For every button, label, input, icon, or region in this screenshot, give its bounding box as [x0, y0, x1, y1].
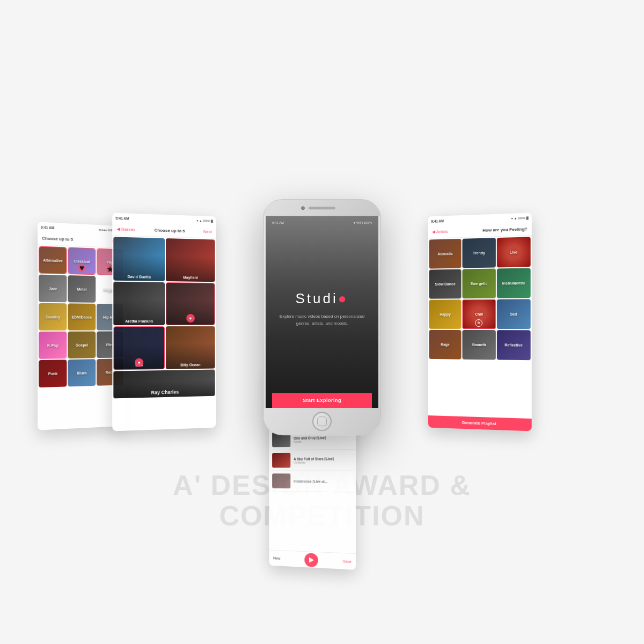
artist-cell-david-guetta[interactable]: David Guetta: [113, 237, 164, 281]
genre-cell-jazz[interactable]: Jazz: [39, 275, 67, 303]
chill-selected-icon: ❄: [475, 319, 483, 327]
genres-panel: 9:41 AM ●●●●● WiFi 100% Choose up to 5 N…: [38, 222, 124, 430]
playlist-item[interactable]: A Sky Full of Stars [Live] Coldplay: [270, 450, 355, 471]
playlist-artist-name: Coldplay: [294, 460, 353, 464]
start-exploring-button[interactable]: Start Exploring: [272, 393, 372, 408]
artist-selected-heart: ♥: [186, 314, 195, 323]
genre-cell-edm[interactable]: EDM/Dance: [68, 303, 96, 330]
moods-back[interactable]: ◀ Artists: [432, 229, 448, 235]
genre-cell-gospel[interactable]: Gospel: [68, 332, 96, 358]
playlist-thumb: [272, 473, 290, 488]
phone-bottom-bar: [264, 408, 380, 435]
playlist-info: Intolerance [Live at...: [294, 479, 353, 484]
genre-cell-kpop[interactable]: K-Pop: [39, 332, 67, 359]
home-button[interactable]: [312, 412, 332, 431]
artist-name: Mayfield: [183, 276, 197, 280]
moods-icons: ● ▲ 100% ▓: [511, 216, 529, 220]
artist-cell-ariana[interactable]: ♥: [165, 282, 215, 325]
genre-label: Country: [46, 315, 60, 319]
mood-cell-rage[interactable]: Rage: [429, 330, 461, 360]
phone-status-bar: 9:41 AM ● WiFi 100%: [272, 221, 372, 224]
artists-title: Choose up to 5: [155, 228, 185, 233]
mood-cell-acoustic[interactable]: Acoustic: [429, 239, 461, 269]
playlist-info: A Sky Full of Stars [Live] Coldplay: [294, 457, 353, 464]
genre-label: K-Pop: [47, 343, 58, 347]
genre-cell-alternative[interactable]: Alternative: [39, 246, 67, 274]
app-logo-dot: ●: [338, 290, 349, 306]
genre-label: Punk: [48, 371, 57, 375]
play-icon: [309, 557, 314, 562]
genre-cell-classical[interactable]: Classical ♥: [68, 247, 96, 275]
phone-speaker: [309, 207, 335, 209]
artist-cell-bts[interactable]: BTS ♥: [113, 326, 164, 370]
mood-cell-live[interactable]: Live: [497, 237, 531, 267]
phone-camera: [301, 206, 305, 210]
genre-label: Jazz: [49, 287, 57, 290]
moods-title: How are you Feeling?: [482, 226, 527, 233]
mood-cell-slow-dance[interactable]: Slow Dance: [429, 269, 461, 299]
phone-shell: 9:41 AM ● WiFi 100% Studi● Explore music…: [263, 199, 381, 435]
artists-back[interactable]: ◀ Genres: [116, 226, 135, 232]
playlist-play-button[interactable]: [304, 553, 317, 567]
app-logo: Studi●: [296, 290, 349, 307]
genres-time: 9:41 AM: [41, 225, 54, 229]
mood-label: Slow Dance: [435, 282, 456, 286]
mood-cell-sad[interactable]: Sad: [497, 299, 531, 329]
mood-label: Reflective: [504, 343, 523, 347]
genre-label: Alternative: [43, 258, 62, 262]
genre-label: EDM/Dance: [72, 315, 92, 319]
genres-title: Choose up to 5: [42, 236, 73, 242]
mood-cell-energetic[interactable]: Energetic: [463, 268, 496, 298]
mood-cell-chill[interactable]: Chill ❄: [463, 299, 496, 329]
playlist-song-title: Intolerance [Live at...: [294, 479, 353, 484]
moods-panel: 9:41 AM ● ▲ 100% ▓ ◀ Artists How are you…: [428, 213, 532, 431]
artists-panel: 9:41 AM ● ▲ 100% ▓ ◀ Genres Choose up to…: [112, 213, 216, 431]
mood-label: Happy: [440, 312, 451, 316]
mood-cell-smooth[interactable]: Smooth: [463, 330, 496, 360]
mood-label: Rage: [441, 343, 450, 347]
playlist-thumb: [272, 453, 290, 468]
mood-label: Trendy: [473, 251, 485, 255]
playlist-new-button[interactable]: New: [273, 556, 280, 560]
generate-playlist-button[interactable]: Generate Playlist: [428, 415, 532, 431]
genre-cell-country[interactable]: Country: [39, 303, 67, 331]
artist-cell-aretha[interactable]: Aretha Franklin: [113, 282, 164, 325]
mood-label: Chill: [475, 312, 483, 316]
mood-label: Live: [510, 250, 517, 254]
artist-name: David Guetta: [127, 275, 150, 279]
playlist-info: One and Only [Live] Adele: [294, 435, 353, 443]
mood-cell-reflective[interactable]: Reflective: [497, 330, 531, 360]
phone-top-bar: [264, 200, 380, 216]
genre-label: Metal: [77, 287, 87, 291]
genre-selected-icon: ♥: [78, 264, 86, 272]
app-description: Explore music videos based on personaliz…: [272, 313, 372, 327]
mood-label: Acoustic: [437, 252, 453, 256]
genre-label: Blues: [77, 371, 87, 375]
artist-cell-mayfield[interactable]: Mayfield: [165, 238, 215, 282]
artists-grid: David Guetta Mayfield Aretha Franklin ♥: [112, 236, 216, 399]
genre-cell-punk[interactable]: Punk: [39, 360, 67, 387]
artist-cell-billy-ocean[interactable]: Billy Ocean: [165, 326, 215, 369]
artist-cell-ray-charles[interactable]: Ray Charles: [113, 370, 215, 399]
playlist-save-button[interactable]: Save: [342, 559, 351, 564]
home-button-inner: [317, 416, 327, 426]
genre-cell-metal[interactable]: Metal: [68, 275, 96, 303]
mood-cell-happy[interactable]: Happy: [429, 299, 461, 329]
artists-next[interactable]: Next: [203, 229, 212, 234]
mood-label: Instrumental: [502, 281, 525, 286]
mood-label: Energetic: [471, 282, 488, 286]
artist-name: Ray Charles: [151, 389, 179, 395]
genres-grid: Alternative Classical ♥ Pop ★ Jazz Metal: [38, 245, 124, 389]
mood-cell-instrumental[interactable]: Instrumental: [497, 268, 531, 298]
phone-screen: 9:41 AM ● WiFi 100% Studi● Explore music…: [266, 216, 378, 408]
mood-label: Smooth: [472, 343, 486, 347]
mood-cell-trendy[interactable]: Trendy: [463, 238, 496, 268]
playlist-item[interactable]: Intolerance [Live at...: [270, 471, 355, 492]
artist-name: Billy Ocean: [180, 363, 200, 367]
artist-name: Aretha Franklin: [125, 319, 153, 323]
mood-label: Sad: [510, 312, 517, 316]
genre-cell-blues[interactable]: Blues: [68, 359, 96, 386]
moods-grid: Acoustic Trendy Live Slow Dance Energeti…: [428, 236, 532, 361]
phone-mockup: 9:41 AM ● WiFi 100% Studi● Explore music…: [263, 199, 381, 435]
phone-time: 9:41 AM: [272, 221, 284, 224]
